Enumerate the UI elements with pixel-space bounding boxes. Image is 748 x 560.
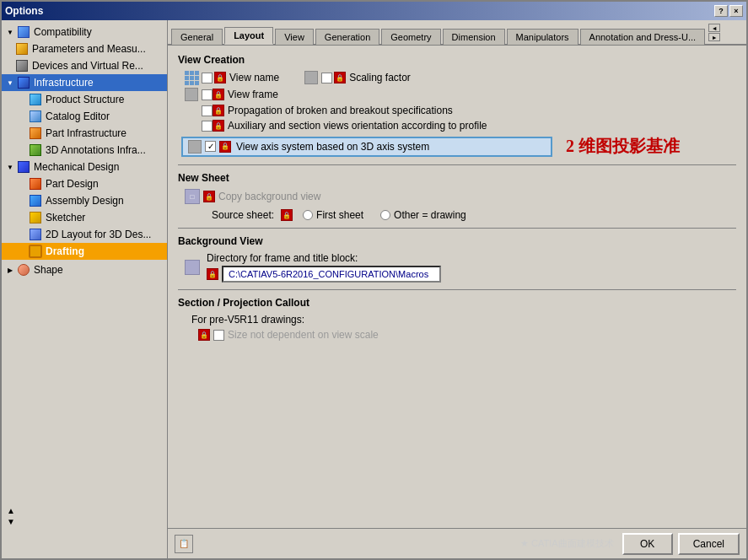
infra-icon — [17, 76, 30, 89]
3d-annot-icon — [29, 143, 42, 157]
tab-scroll-right[interactable]: ► — [708, 33, 720, 41]
sidebar-item-drafting[interactable]: Drafting — [46, 245, 84, 257]
view-axis-checkbox[interactable] — [205, 141, 216, 152]
tab-geometry[interactable]: Geometry — [381, 29, 440, 45]
tab-dimension[interactable]: Dimension — [443, 29, 505, 45]
copy-bg-row: □ 🔒 Copy background view — [178, 189, 736, 204]
view-frame-label: View frame — [228, 89, 278, 100]
auxiliary-row: 🔒 Auxiliary and section views orientatio… — [178, 120, 736, 132]
first-sheet-radio[interactable] — [303, 210, 313, 220]
propagation-row: 🔒 Propagation of broken and breakout spe… — [178, 105, 736, 116]
size-lock: 🔒 — [198, 329, 210, 341]
shape-expand[interactable] — [5, 265, 15, 275]
sidebar-item-label[interactable]: Devices and Virtual Re... — [32, 60, 143, 72]
sidebar-scroll-down[interactable]: ▼ — [7, 517, 15, 526]
other-drawing-radio[interactable] — [380, 210, 390, 220]
dir-lock: 🔒 — [207, 268, 218, 280]
bottom-right: OK Cancel — [622, 533, 740, 555]
tab-layout[interactable]: Layout — [224, 27, 273, 45]
title-bar: Options ? × — [2, 2, 746, 20]
view-frame-lock: 🔒 — [213, 89, 224, 100]
source-sheet-label: Source sheet: — [212, 209, 274, 221]
tab-general[interactable]: General — [171, 29, 223, 45]
dir-value[interactable]: C:\CATIAV5-6R2016_CONFIGURATION\Macros — [222, 266, 441, 283]
watermark: ★ CATIA曲面建模技术 — [193, 537, 622, 550]
window-body: Compatibility Parameters and Measu... De… — [2, 20, 746, 558]
view-frame-icon — [185, 88, 198, 101]
window-title: Options — [5, 5, 43, 17]
bg-view-title: Background View — [178, 235, 736, 247]
sidebar-item-product[interactable]: Product Structure — [46, 94, 124, 105]
scaling-icon — [304, 71, 318, 84]
source-row: Source sheet: 🔒 First sheet Other = draw… — [212, 209, 736, 221]
tabs-container: General Layout View Generation Geometry … — [168, 20, 746, 46]
assembly-icon — [29, 194, 42, 207]
ok-button[interactable]: OK — [622, 533, 673, 555]
sidebar-item-shape[interactable]: Shape — [34, 264, 63, 276]
help-button[interactable]: ? — [714, 5, 728, 17]
divider-2 — [178, 228, 736, 229]
cancel-button[interactable]: Cancel — [678, 533, 740, 555]
view-axis-row: 🔒 View axis system based on 3D axis syst… — [178, 135, 736, 158]
tab-manipulators[interactable]: Manipulators — [507, 29, 578, 45]
sidebar-item-3d[interactable]: 3D Annotations Infra... — [46, 144, 146, 156]
tab-scroll-left[interactable]: ◄ — [708, 24, 720, 32]
view-creation-section: View Creation 🔒 View nam — [178, 54, 736, 158]
sidebar-item-sketcher[interactable]: Sketcher — [46, 212, 85, 223]
size-label: Size not dependent on view scale — [228, 329, 379, 341]
sidebar-item-mech[interactable]: Mechanical Design — [34, 161, 119, 173]
catalog-icon — [29, 110, 42, 123]
sidebar-item-assembly[interactable]: Assembly Design — [46, 195, 124, 207]
pre-v5-area: For pre-V5R11 drawings: 🔒 Size not depen… — [178, 314, 736, 341]
sidebar-item-2dlayout[interactable]: 2D Layout for 3D Des... — [46, 229, 151, 240]
view-axis-icon — [188, 140, 202, 153]
view-frame-row: 🔒 View frame — [178, 88, 736, 101]
grid-icon — [185, 71, 198, 84]
tab-generation[interactable]: Generation — [315, 29, 379, 45]
auxiliary-label: Auxiliary and section views orientation … — [228, 120, 487, 132]
size-checkbox[interactable] — [213, 330, 224, 341]
sidebar-item-catalog[interactable]: Catalog Editor — [46, 110, 110, 122]
close-button[interactable]: × — [729, 5, 743, 17]
view-creation-title: View Creation — [178, 54, 736, 66]
expand-arrow[interactable] — [5, 27, 15, 37]
propagation-lock: 🔒 — [213, 105, 224, 116]
mech-expand[interactable] — [5, 162, 15, 172]
view-name-label: View name — [229, 72, 279, 83]
tab-annotation[interactable]: Annotation and Dress-U... — [580, 29, 706, 45]
sidebar-item-partd[interactable]: Part Design — [46, 178, 99, 190]
divider-1 — [178, 164, 736, 165]
params-icon — [15, 42, 29, 56]
view-frame-checkbox[interactable] — [202, 89, 213, 100]
scaling-checkbox[interactable] — [321, 73, 332, 83]
view-name-row: 🔒 View name 🔒 Scaling factor — [178, 71, 736, 84]
view-name-checkbox[interactable] — [202, 73, 213, 83]
title-bar-buttons: ? × — [714, 5, 743, 17]
scaling-label: Scaling factor — [349, 72, 411, 83]
auxiliary-checkbox[interactable] — [202, 121, 213, 132]
auxiliary-lock: 🔒 — [213, 120, 224, 132]
tab-view[interactable]: View — [275, 29, 314, 45]
bottom-left: 📋 — [175, 535, 193, 553]
scaling-lock: 🔒 — [334, 72, 346, 83]
sidebar: Compatibility Parameters and Measu... De… — [2, 20, 168, 558]
sidebar-item-infrastructure[interactable]: Infrastructure — [34, 77, 94, 89]
annotation-text: 2 维图投影基准 — [566, 135, 680, 158]
bg-view-section: Background View Directory for frame and … — [178, 235, 736, 283]
right-panel: General Layout View Generation Geometry … — [168, 20, 746, 558]
copy-bg-icon: □ — [185, 189, 200, 204]
shape-icon — [17, 263, 30, 277]
sidebar-item-label[interactable]: Parameters and Measu... — [32, 43, 146, 55]
new-sheet-section: New Sheet □ 🔒 Copy background view Sourc… — [178, 172, 736, 221]
propagation-checkbox[interactable] — [202, 105, 213, 116]
options-window: Options ? × Compatibility Parameters and… — [0, 0, 748, 560]
first-sheet-label: First sheet — [316, 209, 363, 221]
propagation-label: Propagation of broken and breakout speci… — [228, 105, 453, 116]
part-infra-icon — [29, 127, 42, 140]
dir-row: Directory for frame and title block: 🔒 C… — [185, 252, 736, 283]
infra-expand[interactable] — [5, 78, 15, 88]
sidebar-scroll-up[interactable]: ▲ — [7, 506, 15, 515]
new-sheet-title: New Sheet — [178, 172, 736, 184]
sidebar-item-label[interactable]: Compatibility — [34, 26, 92, 38]
sidebar-item-part-infra[interactable]: Part Infrastructure — [46, 127, 126, 139]
